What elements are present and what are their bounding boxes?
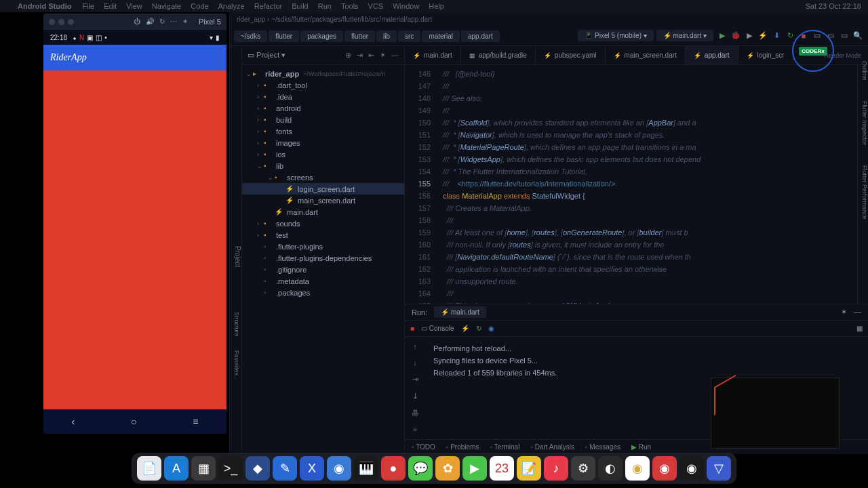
dock-app[interactable]: ◐ <box>598 456 623 481</box>
hot-reload-icon[interactable]: ⚡ <box>757 30 769 42</box>
menu-navigate[interactable]: Navigate <box>152 2 181 10</box>
bottom-tab-problems[interactable]: ▫ Problems <box>446 443 479 451</box>
dock-app[interactable]: ▦ <box>191 456 216 481</box>
down-icon[interactable]: ↓ <box>413 359 417 367</box>
run-settings-icon[interactable]: ✶ <box>841 308 847 317</box>
tool-icon[interactable]: ▭ <box>838 30 850 42</box>
wrap-icon[interactable]: ⇥ <box>412 375 418 384</box>
run-config-selector[interactable]: ⚡ main.dart ▾ <box>656 30 713 41</box>
tree-item[interactable]: ⚡main.dart <box>242 206 404 218</box>
tree-item[interactable]: ›▪.dart_tool <box>242 79 404 91</box>
dock-app[interactable]: ♪ <box>544 456 568 481</box>
menu-edit[interactable]: Edit <box>104 2 117 10</box>
dock-app[interactable]: ✎ <box>273 456 297 481</box>
menu-window[interactable]: Window <box>393 2 419 10</box>
project-view-selector[interactable]: ▭ Project ▾ <box>248 51 285 60</box>
bottom-tab-terminal[interactable]: ▫ Terminal <box>490 443 519 451</box>
editor-tab[interactable]: ⚡pubspec.yaml <box>536 46 606 64</box>
menu-refactor[interactable]: Refactor <box>254 2 283 10</box>
right-tool[interactable]: Flutter Performance <box>856 165 868 220</box>
menu-tools[interactable]: Tools <box>341 2 359 10</box>
tree-item[interactable]: ›▪.idea <box>242 91 404 102</box>
coverage-icon[interactable]: ▶ <box>743 30 755 42</box>
tree-item[interactable]: ›▪fonts <box>242 125 404 137</box>
breadcrumb[interactable]: material <box>422 30 460 42</box>
tree-item[interactable]: ⌄▪lib <box>242 160 404 171</box>
run-icon[interactable]: ▶ <box>716 30 728 42</box>
tree-root[interactable]: ⌄▸ rider_app ~/Workspace/FlutterProjects… <box>242 68 404 79</box>
hide-icon[interactable]: — <box>391 51 399 60</box>
bottom-tab-dart analysis[interactable]: ▫ Dart Analysis <box>530 443 574 451</box>
tree-item[interactable]: ▫.metadata <box>242 275 404 287</box>
dock-app[interactable]: ● <box>381 456 406 481</box>
breadcrumb[interactable]: flutter <box>269 30 299 42</box>
right-tool[interactable]: Outline <box>856 61 868 81</box>
menu-file[interactable]: File <box>82 2 94 10</box>
dock-app[interactable]: 23 <box>490 456 514 481</box>
up-icon[interactable]: ↑ <box>413 342 417 350</box>
settings-icon[interactable]: ✶ <box>182 18 188 26</box>
dock-app[interactable]: X <box>300 456 324 481</box>
tree-item[interactable]: ›▪build <box>242 114 404 125</box>
attach-icon[interactable]: ⬇ <box>770 30 783 42</box>
code-content[interactable]: /// {@end-tool}////// See also:////// * … <box>436 65 857 304</box>
device-selector[interactable]: 📱 Pixel 5 (mobile) ▾ <box>578 30 653 41</box>
locate-icon[interactable]: ⊕ <box>345 51 351 60</box>
breadcrumb[interactable]: packages <box>300 30 343 42</box>
dock-app[interactable]: ◆ <box>245 456 270 481</box>
dock-app[interactable]: 🎹 <box>354 456 378 481</box>
tree-item[interactable]: ▫.packages <box>242 287 404 298</box>
dock-app[interactable]: 📝 <box>517 456 541 481</box>
tree-item[interactable]: ▫.flutter-plugins-dependencies <box>242 252 404 264</box>
dock-app[interactable]: ▽ <box>707 456 731 481</box>
app-name[interactable]: Android Studio <box>18 2 71 10</box>
tree-item[interactable]: ▫.gitignore <box>242 264 404 275</box>
app-body[interactable] <box>43 70 226 409</box>
rerun-icon[interactable]: ■ <box>410 325 414 332</box>
emulator-titlebar[interactable]: ⏻ 🔊 ↻ ⋯ ✶ Pixel 5 <box>43 14 226 30</box>
more-icon[interactable]: ⋯ <box>170 18 177 26</box>
tree-item[interactable]: ⚡main_screen.dart <box>242 195 404 206</box>
dock-app[interactable]: ◉ <box>327 456 351 481</box>
restart-run-icon[interactable]: ↻ <box>476 325 481 332</box>
dock-app[interactable]: ⚙ <box>571 456 595 481</box>
menu-analyze[interactable]: Analyze <box>218 2 245 10</box>
right-tool-strip[interactable]: OutlineFlutter InspectorFlutter Performa… <box>856 34 868 441</box>
editor-tab[interactable]: ⚡app.dart <box>686 46 738 64</box>
tree-item[interactable]: ▫.flutter-plugins <box>242 241 404 252</box>
menu-code[interactable]: Code <box>191 2 208 10</box>
menu-run[interactable]: Run <box>318 2 332 10</box>
bottom-tab-run[interactable]: ▶ Run <box>631 443 651 451</box>
nav-recent-icon[interactable]: ≡ <box>193 416 198 427</box>
breadcrumb[interactable]: ~/sdks <box>234 30 267 42</box>
print-icon[interactable]: 🖶 <box>412 409 419 417</box>
editor-tab[interactable]: ⚡login_scr <box>738 46 793 64</box>
bottom-tab-todo[interactable]: ▫ TODO <box>412 443 435 451</box>
rotate-icon[interactable]: ↻ <box>159 18 165 26</box>
dock-app[interactable]: ◉ <box>679 456 704 481</box>
nav-back-icon[interactable]: ‹ <box>71 416 75 427</box>
project-tree[interactable]: ⌄▸ rider_app ~/Workspace/FlutterProjects… <box>242 65 404 454</box>
traffic-lights[interactable] <box>49 19 74 25</box>
menu-build[interactable]: Build <box>292 2 308 10</box>
menu-vcs[interactable]: VCS <box>368 2 384 10</box>
left-tool-strip[interactable]: Project <box>230 46 242 454</box>
editor-tab[interactable]: ▦app/build.gradle <box>461 46 536 64</box>
editor-tab[interactable]: ⚡main_screen.dart <box>606 46 686 64</box>
breadcrumb[interactable]: app.dart <box>461 30 500 42</box>
tree-item[interactable]: ›▪sounds <box>242 218 404 229</box>
menu-help[interactable]: Help <box>429 2 444 10</box>
nav-home-icon[interactable]: ○ <box>131 416 136 427</box>
breadcrumb[interactable]: lib <box>376 30 397 42</box>
breadcrumb[interactable]: src <box>398 30 420 42</box>
menu-view[interactable]: View <box>126 2 142 10</box>
power-icon[interactable]: ⏻ <box>134 18 140 26</box>
dock-app[interactable]: ✿ <box>435 456 460 481</box>
tree-item[interactable]: ›▪images <box>242 137 404 148</box>
scroll-icon[interactable]: ⤓ <box>412 392 418 401</box>
dock-app[interactable]: ◉ <box>625 456 650 481</box>
collapse-icon[interactable]: ⇥ <box>357 51 363 60</box>
devtools-icon[interactable]: ◉ <box>488 325 494 332</box>
console-tab[interactable]: ▭ Console <box>421 325 454 332</box>
dock-app[interactable]: A <box>164 456 189 481</box>
